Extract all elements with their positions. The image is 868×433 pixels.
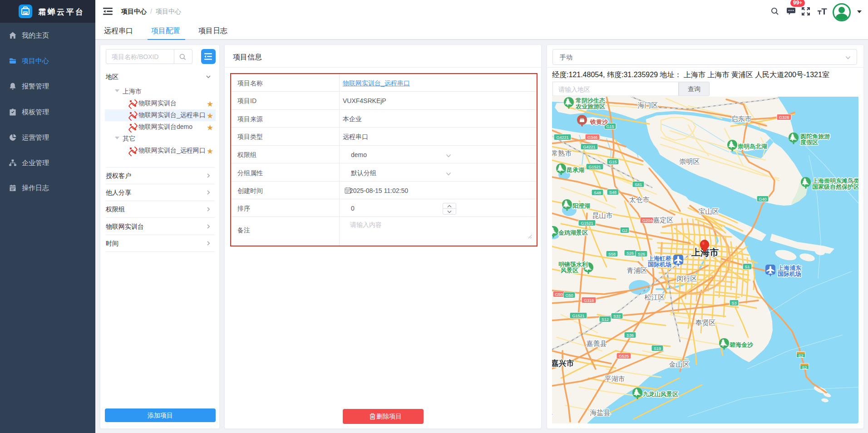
svg-text:青浦区: 青浦区 — [627, 266, 647, 274]
svg-text:崇明岛北湖: 崇明岛北湖 — [738, 143, 767, 150]
svg-text:太仓市: 太仓市 — [629, 196, 650, 203]
svg-text:铁黄沙: 铁黄沙 — [590, 118, 608, 125]
svg-text:S81: S81 — [635, 182, 642, 187]
svg-text:G1521: G1521 — [581, 221, 593, 226]
svg-text:G40: G40 — [759, 197, 766, 202]
svg-text:九龙山风景区: 九龙山风景区 — [642, 391, 678, 398]
svg-text:风景区: 风景区 — [560, 267, 578, 274]
svg-text:S26: S26 — [638, 252, 645, 256]
svg-text:国家级自然保护区: 国家级自然保护区 — [812, 183, 858, 190]
svg-text:宝山区: 宝山区 — [699, 207, 719, 215]
svg-text:S2: S2 — [798, 354, 803, 358]
svg-text:国际机场: 国际机场 — [778, 271, 801, 277]
svg-text:S19: S19 — [654, 346, 661, 351]
svg-text:昆承湖: 昆承湖 — [567, 167, 584, 173]
svg-text:G1521: G1521 — [572, 314, 584, 318]
svg-text:S36: S36 — [626, 333, 634, 338]
svg-text:S48: S48 — [594, 191, 601, 195]
svg-text:昆山市: 昆山市 — [592, 212, 613, 219]
svg-text:国际机场: 国际机场 — [648, 261, 671, 268]
svg-text:G15: G15 — [609, 160, 616, 164]
svg-text:S1: S1 — [745, 265, 750, 269]
svg-text:G318: G318 — [584, 298, 594, 303]
svg-text:G4221: G4221 — [583, 145, 595, 149]
svg-text:S12: S12 — [602, 317, 609, 322]
svg-text:碧海金沙: 碧海金沙 — [729, 341, 754, 348]
svg-text:G2: G2 — [622, 228, 627, 233]
svg-text:G346: G346 — [587, 135, 597, 140]
svg-text:S58: S58 — [608, 252, 616, 256]
svg-text:S48: S48 — [609, 190, 616, 195]
svg-text:G525: G525 — [619, 354, 629, 359]
svg-text:海门区: 海门区 — [638, 101, 658, 109]
svg-text:S3: S3 — [731, 301, 736, 305]
svg-text:S2: S2 — [802, 365, 807, 370]
svg-text:金山区: 金山区 — [669, 360, 690, 368]
svg-text:奉贤区: 奉贤区 — [695, 319, 716, 326]
svg-text:海盐县: 海盐县 — [590, 408, 611, 416]
svg-text:平湖市: 平湖市 — [605, 375, 625, 383]
svg-text:嘉兴市: 嘉兴市 — [552, 359, 574, 368]
svg-text:嘉定区: 嘉定区 — [653, 216, 674, 224]
svg-text:松江区: 松江区 — [645, 293, 665, 301]
svg-text:闵行区: 闵行区 — [677, 275, 697, 282]
svg-text:G204: G204 — [642, 218, 652, 223]
svg-text:G50: G50 — [565, 293, 573, 298]
svg-text:S26: S26 — [626, 251, 634, 256]
svg-text:G4221: G4221 — [556, 135, 568, 140]
svg-text:G1521: G1521 — [588, 165, 601, 169]
svg-text:嘉善县: 嘉善县 — [587, 340, 607, 347]
svg-text:启东市: 启东市 — [731, 115, 752, 123]
svg-text:度假区: 度假区 — [800, 139, 818, 146]
svg-text:G50: G50 — [555, 292, 562, 297]
svg-text:阳澄湖: 阳澄湖 — [572, 202, 590, 209]
svg-text:农业旅游区: 农业旅游区 — [575, 103, 605, 110]
svg-text:S32: S32 — [613, 314, 621, 319]
svg-text:市: 市 — [552, 412, 553, 420]
svg-text:金鸡湖景区: 金鸡湖景区 — [558, 229, 588, 236]
svg-text:崇明区: 崇明区 — [680, 157, 700, 165]
svg-text:G328: G328 — [779, 115, 789, 120]
svg-text:常熟市: 常熟市 — [552, 149, 572, 157]
